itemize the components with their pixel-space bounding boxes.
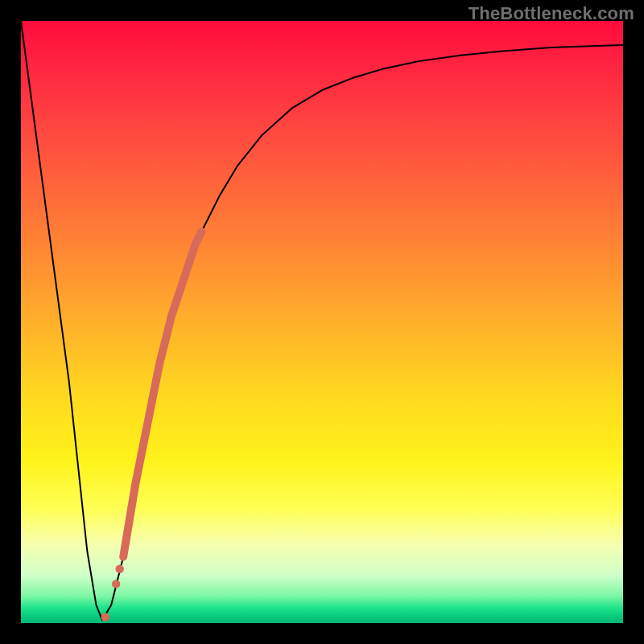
scatter-sparse xyxy=(101,564,123,621)
chart-container: TheBottleneck.com xyxy=(0,0,644,644)
chart-svg xyxy=(21,21,623,623)
svg-point-0 xyxy=(112,580,120,588)
scatter-dense xyxy=(123,232,201,557)
svg-point-1 xyxy=(115,564,123,572)
attribution-label: TheBottleneck.com xyxy=(469,3,634,24)
svg-point-2 xyxy=(101,613,109,621)
main-curve xyxy=(21,21,623,620)
plot-area xyxy=(19,19,625,625)
